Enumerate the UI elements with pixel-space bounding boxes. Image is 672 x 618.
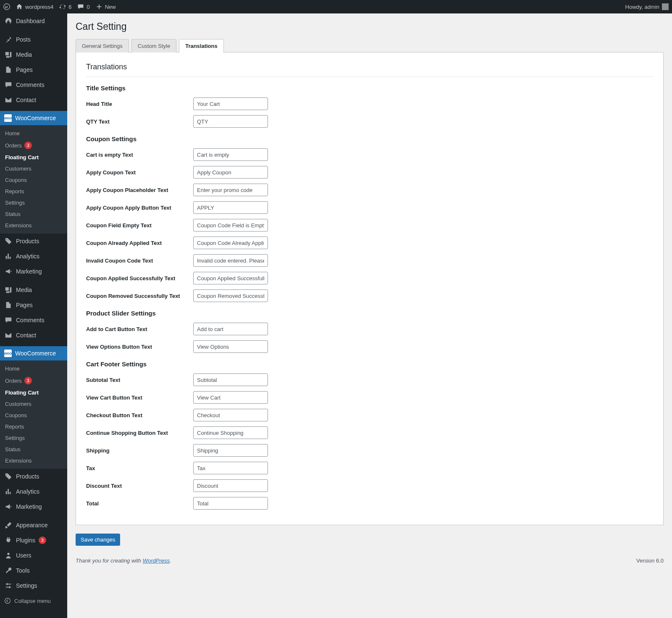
input-shipping[interactable] — [193, 444, 268, 457]
input-apply-coupon[interactable] — [193, 166, 268, 179]
avatar-icon — [662, 3, 669, 10]
input-tax[interactable] — [193, 462, 268, 474]
menu-tools[interactable]: Tools — [0, 563, 67, 578]
updates-link[interactable]: 6 — [59, 3, 71, 10]
menu-products[interactable]: Products — [0, 234, 67, 249]
new-label: New — [105, 4, 116, 10]
submenu-reports[interactable]: Reports — [0, 421, 67, 432]
menu-dashboard[interactable]: Dashboard — [0, 13, 67, 29]
input-continue-shopping[interactable] — [193, 426, 268, 439]
menu-analytics[interactable]: Analytics — [0, 249, 67, 264]
label-add-to-cart: Add to Cart Button Text — [86, 326, 193, 332]
submenu-coupons[interactable]: Coupons — [0, 410, 67, 421]
submenu-orders[interactable]: Orders3 — [0, 374, 67, 387]
label-view-cart: View Cart Button Text — [86, 394, 193, 401]
input-add-to-cart[interactable] — [193, 323, 268, 335]
analytics-icon — [4, 252, 13, 260]
submenu-extensions[interactable]: Extensions — [0, 455, 67, 466]
topbar-comments-count: 0 — [87, 4, 89, 10]
submenu-coupons[interactable]: Coupons — [0, 174, 67, 186]
panel-heading: Translations — [86, 58, 653, 77]
save-button[interactable]: Save changes — [76, 534, 120, 546]
menu-contact[interactable]: Contact — [0, 92, 67, 108]
new-link[interactable]: New — [96, 3, 116, 10]
submenu-status[interactable]: Status — [0, 444, 67, 455]
menu-settings[interactable]: Settings — [0, 578, 67, 593]
submenu-customers[interactable]: Customers — [0, 163, 67, 174]
submenu-customers[interactable]: Customers — [0, 398, 67, 410]
plug-icon — [4, 536, 13, 544]
input-coupon-removed-success[interactable] — [193, 289, 268, 302]
menu-marketing-2[interactable]: Marketing — [0, 499, 67, 514]
howdy-link[interactable]: Howdy, admin — [625, 3, 669, 10]
wp-logo[interactable] — [3, 3, 10, 10]
tab-translations[interactable]: Translations — [179, 39, 224, 53]
submenu-status[interactable]: Status — [0, 208, 67, 220]
menu-products-2[interactable]: Products — [0, 469, 67, 484]
menu-woocommerce-2[interactable]: wooWooCommerce — [0, 346, 67, 360]
input-checkout[interactable] — [193, 409, 268, 421]
input-cart-empty[interactable] — [193, 148, 268, 161]
input-coupon-applied-success[interactable] — [193, 272, 268, 284]
pages-icon — [4, 66, 13, 74]
menu-pages-2[interactable]: Pages — [0, 297, 67, 313]
input-apply-coupon-button[interactable] — [193, 201, 268, 214]
menu-comments[interactable]: Comments — [0, 77, 67, 92]
input-qty-text[interactable] — [193, 115, 268, 128]
menu-media-2[interactable]: Media — [0, 282, 67, 297]
megaphone-icon — [4, 502, 13, 511]
label-apply-coupon-placeholder: Apply Coupon Placeholder Text — [86, 187, 193, 193]
input-total[interactable] — [193, 497, 268, 510]
products-icon — [4, 472, 13, 481]
input-view-cart[interactable] — [193, 391, 268, 404]
comments-link[interactable]: 0 — [77, 3, 89, 10]
submenu-reports[interactable]: Reports — [0, 186, 67, 197]
menu-media[interactable]: Media — [0, 47, 67, 62]
woo-icon: woo — [4, 114, 12, 122]
label-view-options: View Options Button Text — [86, 344, 193, 350]
submenu-floating-cart[interactable]: Floating Cart — [0, 387, 67, 398]
updates-count: 6 — [68, 4, 71, 10]
menu-pages[interactable]: Pages — [0, 62, 67, 77]
input-apply-coupon-placeholder[interactable] — [193, 184, 268, 196]
wordpress-link[interactable]: WordPress — [143, 558, 170, 564]
megaphone-icon — [4, 267, 13, 276]
label-tax: Tax — [86, 465, 193, 471]
menu-comments-2[interactable]: Comments — [0, 313, 67, 328]
tab-custom-style[interactable]: Custom Style — [131, 39, 176, 53]
menu-analytics-2[interactable]: Analytics — [0, 484, 67, 499]
input-view-options[interactable] — [193, 340, 268, 353]
menu-posts[interactable]: Posts — [0, 32, 67, 47]
menu-woocommerce[interactable]: wooWooCommerce — [0, 111, 67, 125]
dashboard-icon — [4, 17, 13, 25]
main-content: Cart Setting General Settings Custom Sty… — [67, 13, 672, 618]
submenu-extensions[interactable]: Extensions — [0, 220, 67, 231]
submenu-settings[interactable]: Settings — [0, 197, 67, 208]
label-discount: Discount Text — [86, 483, 193, 489]
woo-icon: woo — [4, 350, 12, 357]
menu-users[interactable]: Users — [0, 548, 67, 563]
label-invalid-coupon: Invalid Coupon Code Text — [86, 258, 193, 264]
collapse-menu[interactable]: Collapse menu — [0, 593, 67, 608]
menu-appearance[interactable]: Appearance — [0, 518, 67, 533]
input-coupon-field-empty[interactable] — [193, 219, 268, 231]
input-head-title[interactable] — [193, 97, 268, 110]
footer: Thank you for creating with WordPress. V… — [76, 558, 664, 564]
input-discount[interactable] — [193, 479, 268, 492]
input-invalid-coupon[interactable] — [193, 254, 268, 267]
site-name-link[interactable]: wordpress4 — [16, 3, 53, 10]
submenu-home[interactable]: Home — [0, 128, 67, 139]
submenu-home[interactable]: Home — [0, 363, 67, 374]
tab-general-settings[interactable]: General Settings — [76, 39, 129, 53]
input-subtotal[interactable] — [193, 373, 268, 386]
input-coupon-already-applied[interactable] — [193, 237, 268, 249]
submenu-settings[interactable]: Settings — [0, 432, 67, 444]
menu-marketing[interactable]: Marketing — [0, 264, 67, 279]
submenu-orders[interactable]: Orders3 — [0, 139, 67, 152]
menu-contact-2[interactable]: Contact — [0, 328, 67, 343]
menu-plugins[interactable]: Plugins3 — [0, 533, 67, 548]
media-icon — [4, 50, 13, 59]
comments-icon — [4, 81, 13, 89]
submenu-floating-cart[interactable]: Floating Cart — [0, 152, 67, 163]
label-continue-shopping: Continue Shopping Button Text — [86, 430, 193, 436]
